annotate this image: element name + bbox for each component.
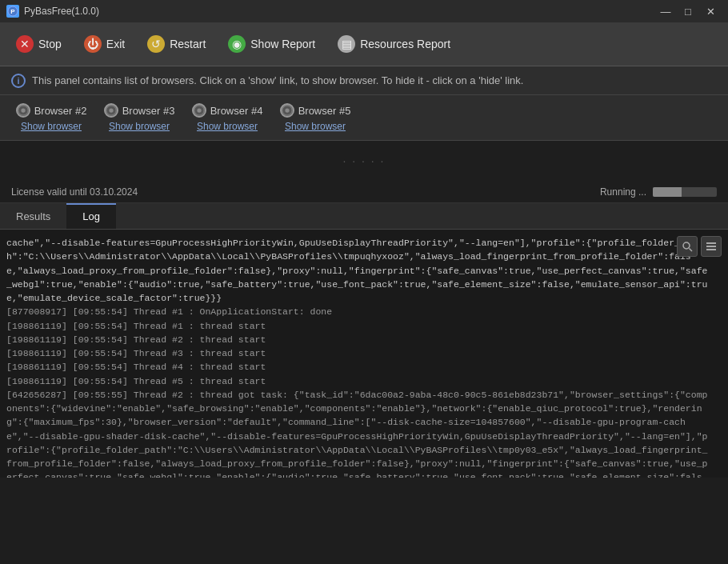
resources-report-icon: ▤ bbox=[338, 35, 355, 53]
svg-line-11 bbox=[690, 249, 693, 252]
resources-report-label: Resources Report bbox=[360, 38, 450, 50]
browser-tile-2: Browser #2 Show browser bbox=[11, 103, 91, 132]
log-line: [642656287] [09:55:55] Thread #2 : threa… bbox=[6, 388, 709, 478]
browser-label-3: Browser #3 bbox=[104, 103, 175, 118]
log-line: [198861119] [09:55:54] Thread #2 : threa… bbox=[6, 333, 709, 346]
browser-tile-3: Browser #3 Show browser bbox=[99, 103, 179, 132]
info-icon: i bbox=[11, 74, 26, 88]
browser-5-label: Browser #5 bbox=[298, 105, 351, 117]
svg-text:P: P bbox=[10, 8, 15, 15]
svg-point-9 bbox=[285, 108, 289, 112]
log-line: [198861119] [09:55:54] Thread #3 : threa… bbox=[6, 346, 709, 360]
browser-dot-5 bbox=[280, 103, 294, 118]
info-panel: i This panel contains list of browsers. … bbox=[0, 66, 728, 95]
info-message: This panel contains list of browsers. Cl… bbox=[32, 74, 523, 86]
browser-panel: Browser #2 Show browser Browser #3 Show … bbox=[0, 95, 728, 141]
tab-bar: Results Log bbox=[0, 203, 728, 230]
svg-rect-13 bbox=[706, 246, 716, 247]
log-menu-button[interactable] bbox=[701, 236, 722, 257]
svg-point-10 bbox=[683, 242, 690, 249]
log-line: [198861119] [09:55:54] Thread #4 : threa… bbox=[6, 360, 709, 374]
titlebar-controls: — □ ✕ bbox=[654, 0, 722, 22]
exit-label: Exit bbox=[106, 38, 125, 50]
browser-4-label: Browser #4 bbox=[210, 105, 263, 117]
exit-icon: ⏻ bbox=[84, 35, 102, 53]
license-status: License valid until 03.10.2024 bbox=[11, 186, 138, 198]
tab-results[interactable]: Results bbox=[0, 203, 66, 229]
svg-rect-12 bbox=[706, 242, 716, 244]
restart-icon: ↺ bbox=[147, 35, 165, 53]
maximize-button[interactable]: □ bbox=[677, 0, 699, 22]
browser-tile-5: Browser #5 Show browser bbox=[275, 103, 355, 132]
browser-label-5: Browser #5 bbox=[280, 103, 351, 118]
exit-button[interactable]: ⏻ Exit bbox=[74, 30, 134, 58]
app-icon: P bbox=[6, 5, 19, 18]
restart-label: Restart bbox=[170, 38, 206, 50]
log-content[interactable]: cache","--disable-features=GpuProcessHig… bbox=[0, 230, 728, 478]
toolbar: ✕ Stop ⏻ Exit ↺ Restart ◉ Show Report ▤ … bbox=[0, 22, 728, 66]
restart-button[interactable]: ↺ Restart bbox=[138, 30, 215, 58]
svg-rect-14 bbox=[706, 249, 716, 250]
show-browser-4-link[interactable]: Show browser bbox=[197, 121, 258, 132]
status-right: Running ... bbox=[600, 186, 717, 198]
browser-dot-2 bbox=[16, 103, 30, 118]
browser-dot-3 bbox=[104, 103, 118, 118]
show-report-icon: ◉ bbox=[228, 35, 246, 53]
titlebar-left: P PyBasFree(1.0.0) bbox=[6, 5, 99, 18]
browser-label-4: Browser #4 bbox=[192, 103, 263, 118]
minimize-button[interactable]: — bbox=[654, 0, 677, 22]
log-line: cache","--disable-features=GpuProcessHig… bbox=[6, 236, 709, 305]
log-line: [877008917] [09:55:54] Thread #1 : OnApp… bbox=[6, 305, 709, 318]
drag-handle[interactable]: · · · · · bbox=[342, 154, 385, 167]
show-browser-5-link[interactable]: Show browser bbox=[285, 121, 346, 132]
status-bar: License valid until 03.10.2024 Running .… bbox=[0, 181, 728, 203]
middle-divider: · · · · · bbox=[0, 141, 728, 181]
tab-log[interactable]: Log bbox=[66, 203, 116, 229]
svg-point-3 bbox=[21, 108, 25, 112]
svg-point-5 bbox=[109, 108, 113, 112]
close-button[interactable]: ✕ bbox=[699, 0, 722, 22]
show-report-label: Show Report bbox=[250, 38, 315, 50]
resources-report-button[interactable]: ▤ Resources Report bbox=[328, 30, 460, 58]
log-panel: cache","--disable-features=GpuProcessHig… bbox=[0, 230, 728, 478]
browser-3-label: Browser #3 bbox=[122, 105, 175, 117]
log-toolbar bbox=[677, 236, 722, 257]
log-line: [198861119] [09:55:54] Thread #5 : threa… bbox=[6, 374, 709, 388]
stop-icon: ✕ bbox=[16, 35, 34, 53]
browser-tile-4: Browser #4 Show browser bbox=[187, 103, 267, 132]
stop-label: Stop bbox=[38, 38, 62, 50]
stop-button[interactable]: ✕ Stop bbox=[6, 30, 71, 58]
show-report-button[interactable]: ◉ Show Report bbox=[218, 30, 325, 58]
svg-point-7 bbox=[197, 108, 201, 112]
log-line: [198861119] [09:55:54] Thread #1 : threa… bbox=[6, 319, 709, 333]
show-browser-2-link[interactable]: Show browser bbox=[21, 121, 82, 132]
progress-bar-container bbox=[653, 187, 717, 197]
app-title: PyBasFree(1.0.0) bbox=[24, 6, 99, 17]
browser-label-2: Browser #2 bbox=[16, 103, 87, 118]
titlebar: P PyBasFree(1.0.0) — □ ✕ bbox=[0, 0, 728, 22]
browser-2-label: Browser #2 bbox=[34, 105, 87, 117]
log-search-button[interactable] bbox=[677, 236, 698, 257]
progress-bar-fill bbox=[653, 187, 682, 197]
browser-dot-4 bbox=[192, 103, 206, 118]
running-label: Running ... bbox=[600, 186, 646, 198]
show-browser-3-link[interactable]: Show browser bbox=[109, 121, 170, 132]
